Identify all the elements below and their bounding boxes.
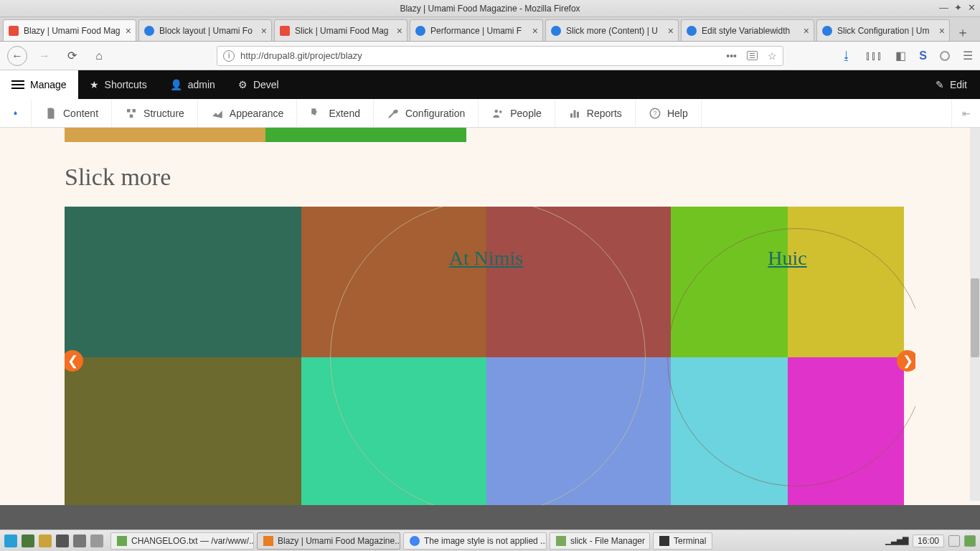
site-info-icon[interactable]: i [223, 50, 235, 62]
launcher-icon[interactable] [73, 534, 86, 547]
terminal-icon [659, 536, 669, 546]
home-button[interactable]: ⌂ [89, 46, 109, 66]
bookmark-star-icon[interactable]: ☆ [768, 50, 777, 62]
decorative-strip [65, 128, 466, 142]
menu-reports[interactable]: Reports [555, 99, 636, 127]
browser-tab-5[interactable]: Edit style Variablewidth × [681, 19, 814, 41]
start-menu-icon[interactable] [4, 534, 17, 547]
toolbar-devel[interactable]: ⚙ Devel [227, 70, 291, 99]
menu-content[interactable]: Content [32, 99, 112, 127]
launcher-icon[interactable] [90, 534, 103, 547]
browser-tab-2[interactable]: Slick | Umami Food Mag × [274, 19, 407, 41]
user-icon: 👤 [170, 79, 182, 90]
browser-tab-1[interactable]: Block layout | Umami Fo × [138, 19, 272, 41]
library-icon[interactable]: ⫿⫿⫿ [865, 50, 882, 62]
bar-chart-icon [568, 107, 581, 120]
menu-appearance[interactable]: Appearance [198, 99, 298, 127]
browser-tab-0[interactable]: Blazy | Umami Food Mag × [3, 19, 136, 41]
launcher-icon[interactable] [56, 534, 69, 547]
taskbar-item[interactable]: slick - File Manager [550, 532, 650, 550]
favicon-icon [821, 25, 833, 37]
favicon-icon [143, 25, 155, 37]
slick-carousel: At Nimis Huic ❮ ❯ [65, 207, 915, 505]
menu-extend[interactable]: Extend [297, 99, 374, 127]
toolbar-user[interactable]: 👤 admin [159, 70, 227, 99]
tab-close-icon[interactable]: × [126, 25, 131, 37]
svg-point-1 [499, 110, 502, 113]
svg-text:?: ? [653, 110, 656, 117]
downloads-icon[interactable]: ⭳ [841, 50, 852, 62]
forward-button[interactable]: → [34, 46, 55, 66]
tab-close-icon[interactable]: × [397, 25, 402, 37]
svg-rect-3 [573, 110, 575, 118]
clock[interactable]: 16:00 [913, 534, 944, 547]
browser-tab-3[interactable]: Performance | Umami F × [410, 19, 543, 41]
favicon-icon [686, 25, 697, 37]
tab-close-icon[interactable]: × [668, 25, 674, 37]
scrollbar-thumb[interactable] [971, 278, 979, 357]
carousel-slide: Huic [671, 207, 904, 505]
favicon-icon [279, 25, 291, 37]
taskbar-item[interactable]: Blazy | Umami Food Magazine... [257, 532, 400, 550]
menu-icon[interactable]: ☰ [963, 49, 973, 62]
extension-icon[interactable]: S [919, 50, 927, 62]
taskbar-item[interactable]: The image style is not applied ... [403, 532, 547, 550]
browser-navbar: ← → ⟳ ⌂ i http://drupal8.git/project/bla… [0, 42, 980, 70]
gear-icon: ⚙ [238, 79, 248, 90]
back-button[interactable]: ← [7, 46, 27, 66]
tab-close-icon[interactable]: × [804, 25, 809, 37]
chrome-icon [410, 536, 420, 546]
new-tab-button[interactable]: ＋ [952, 24, 974, 41]
sidebar-icon[interactable]: ◧ [895, 49, 906, 62]
tray-icon[interactable] [948, 535, 960, 547]
url-input[interactable]: i http://drupal8.git/project/blazy ••• ☰… [217, 46, 783, 66]
taskbar-item[interactable]: CHANGELOG.txt — /var/www/... [110, 532, 254, 550]
drupal-logo-icon[interactable] [0, 99, 32, 127]
browser-tab-4[interactable]: Slick more (Content) | U × [545, 19, 679, 41]
window-close-icon[interactable]: ✕ [968, 2, 976, 13]
browser-tab-6[interactable]: Slick Configuration | Um × [816, 19, 950, 41]
window-minimize-icon[interactable]: — [939, 2, 948, 13]
structure-icon [125, 107, 138, 120]
svg-rect-4 [577, 111, 579, 117]
browser-tabbar: Blazy | Umami Food Mag × Block layout | … [0, 17, 980, 42]
appearance-icon [211, 107, 224, 120]
carousel-slide: At Nimis [301, 207, 671, 505]
toolbar-edit[interactable]: ✎ Edit [923, 79, 980, 90]
menu-people[interactable]: People [479, 99, 555, 127]
launcher-icon[interactable] [22, 534, 34, 547]
menu-help[interactable]: ? Help [636, 99, 702, 127]
favicon-icon [415, 25, 426, 37]
tab-close-icon[interactable]: × [261, 25, 267, 37]
os-taskbar: CHANGELOG.txt — /var/www/... Blazy | Uma… [0, 529, 980, 551]
extension-circle-icon[interactable] [940, 51, 950, 61]
page-footer-strip [0, 505, 980, 529]
star-icon: ★ [90, 79, 99, 90]
favicon-icon [550, 25, 562, 37]
window-title: Blazy | Umami Food Magazine - Mozilla Fi… [400, 4, 580, 14]
slide-caption-link[interactable]: Huic [768, 247, 806, 270]
tab-close-icon[interactable]: × [532, 25, 538, 37]
toolbar-manage[interactable]: Manage [0, 70, 78, 99]
page-actions-icon[interactable]: ••• [726, 50, 737, 62]
tray-icon[interactable] [964, 535, 976, 547]
reader-mode-icon[interactable]: ☰ [747, 51, 758, 60]
launcher-icon[interactable] [39, 534, 52, 547]
network-icon[interactable]: ▁▃▅▇ [885, 536, 908, 545]
window-maximize-icon[interactable]: ✦ [954, 2, 962, 13]
toolbar-shortcuts[interactable]: ★ Shortcuts [78, 70, 159, 99]
menu-configuration[interactable]: Configuration [374, 99, 479, 127]
reload-button[interactable]: ⟳ [62, 46, 82, 66]
menu-structure[interactable]: Structure [112, 99, 198, 127]
firefox-icon [263, 536, 273, 546]
carousel-next-button[interactable]: ❯ [897, 350, 915, 372]
slide-caption-link[interactable]: At Nimis [449, 247, 523, 270]
drupal-toolbar: Manage ★ Shortcuts 👤 admin ⚙ Devel ✎ Edi… [0, 70, 980, 99]
vertical-scrollbar[interactable] [970, 128, 980, 501]
document-icon [44, 107, 57, 120]
window-titlebar: Blazy | Umami Food Magazine - Mozilla Fi… [0, 0, 980, 17]
menu-collapse-icon[interactable]: ⇤ [951, 99, 980, 127]
people-icon [491, 107, 504, 120]
tab-close-icon[interactable]: × [939, 25, 945, 37]
taskbar-item[interactable]: Terminal [653, 532, 712, 550]
